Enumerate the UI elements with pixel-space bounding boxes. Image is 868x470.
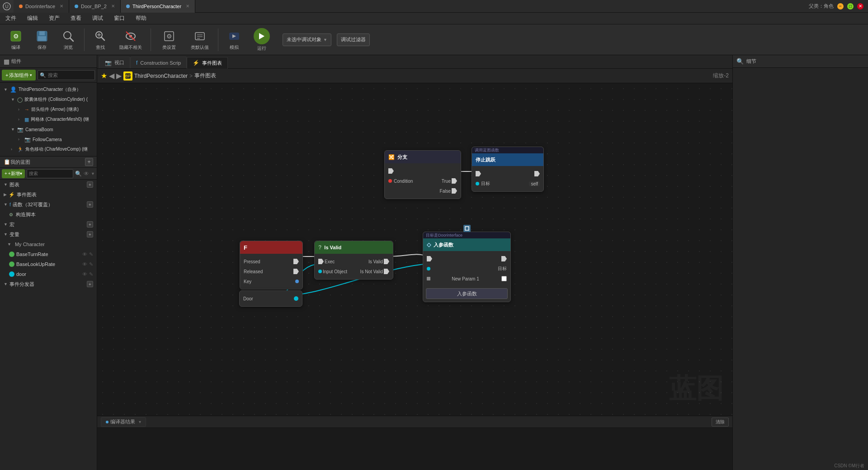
menu-window[interactable]: 窗口 (112, 14, 127, 23)
center-panel: 📷 视口 f Construction Scrip ⚡ 事件图表 ★ ◀ ▶ B… (97, 55, 732, 470)
run-label: 运行 (257, 45, 266, 52)
fn-icon: f (136, 60, 137, 66)
component-search-input[interactable] (48, 72, 93, 78)
close-icon[interactable]: ✕ (186, 4, 189, 9)
is-valid-exec-row: Exec Is Valid (315, 256, 393, 266)
tab-thirdperson[interactable]: ThirdPersonCharacter ✕ (121, 0, 195, 13)
eye-icon[interactable]: 👁 (82, 252, 87, 257)
bp-subsection-my-character[interactable]: ▼ My Character (0, 239, 97, 249)
tab-event-graph[interactable]: ⚡ 事件图表 (187, 57, 228, 69)
param-checkbox[interactable] (501, 276, 507, 281)
section-add[interactable]: + (87, 221, 93, 228)
tree-item-cameraboom[interactable]: ▼ 📷 CameraBoom (0, 124, 97, 134)
menu-file[interactable]: 文件 (4, 14, 18, 23)
is-valid-node[interactable]: ? Is Valid Exec Is Valid Input Object Is… (314, 241, 393, 280)
bp-section-event-graph[interactable]: ▶ ⚡ 事件图表 (0, 190, 97, 199)
nav-back-icon[interactable]: ◀ (109, 71, 114, 80)
toolbar-hide-unrelated[interactable]: 隐藏不相关 (114, 27, 147, 53)
toolbar-browse[interactable]: 浏览 (56, 27, 80, 53)
enter-func-node[interactable]: 目标是Doorinterface ◇ 入参函数 目标 (423, 232, 511, 302)
bp-item-door[interactable]: door 👁 ✎ (0, 269, 97, 279)
menu-assets[interactable]: 资产 (47, 14, 61, 23)
bp-section-variables[interactable]: ▼ 变量 + (0, 229, 97, 239)
input-object-label: Input Object (323, 269, 347, 274)
nav-forward-icon[interactable]: ▶ (116, 71, 122, 80)
section-add[interactable]: + (87, 201, 93, 208)
eye-icon[interactable]: 👁 (82, 271, 87, 277)
enter-func-button[interactable]: 入参函数 (426, 288, 508, 299)
tab-viewport[interactable]: 📷 视口 (99, 57, 130, 68)
menu-help[interactable]: 帮助 (134, 14, 148, 23)
edit-icon[interactable]: ✎ (89, 252, 93, 257)
add-component-button[interactable]: + 添加组件 ▾ (2, 70, 36, 81)
tree-item-followcamera[interactable]: › 📷 FollowCamera (0, 134, 97, 144)
tree-item-movement[interactable]: › 🏃 角色移动 (CharMoveComp) (继 (0, 144, 97, 154)
clear-button[interactable]: 清除 (712, 418, 729, 427)
pressed-label: Pressed (244, 259, 260, 264)
branch-node[interactable]: 🔀 分支 Condition True False (384, 150, 461, 199)
toolbar-simulate[interactable]: 模拟 (222, 27, 246, 53)
f-input-node[interactable]: F Pressed Released Key (240, 241, 303, 290)
my-blueprint-add[interactable]: + (85, 158, 93, 166)
detail-icon: 🔍 (736, 58, 744, 65)
menu-edit[interactable]: 编辑 (25, 14, 40, 23)
stop-jump-node[interactable]: 调用蓝图函数 停止跳跃 目标 self (472, 147, 544, 192)
tab-doorbp[interactable]: Door_BP_2 ✕ (69, 0, 121, 13)
bp-section-functions[interactable]: ▼ f 函数（32可覆盖） + (0, 199, 97, 209)
toolbar-sep-2 (151, 28, 151, 51)
edit-icon[interactable]: ✎ (89, 271, 93, 277)
debug-filter-button[interactable]: 调试过滤器 (337, 33, 370, 46)
bp-item-baselookuprate[interactable]: BaseLookUpRate 👁 ✎ (0, 259, 97, 269)
eye-icon[interactable]: 👁 (82, 261, 87, 267)
minimize-button[interactable]: − (837, 3, 844, 9)
edit-icon[interactable]: ✎ (89, 261, 93, 267)
toolbar-compile[interactable]: ⚙ 编译 (4, 27, 28, 53)
toolbar-find[interactable]: 查找 (88, 27, 113, 53)
tree-item-self[interactable]: ▼ 👤 ThirdPersonCharacter（自身） (0, 85, 97, 95)
search-icon: 🔍 (40, 72, 46, 78)
breadcrumb-class[interactable]: ThirdPersonCharacter (134, 73, 188, 79)
bp-section-event-dispatchers[interactable]: ▼ 事件分发器 + (0, 279, 97, 289)
toolbar-save[interactable]: 保存 (30, 27, 54, 53)
menu-debug[interactable]: 调试 (90, 14, 105, 23)
component-search-box[interactable]: 🔍 (38, 70, 95, 80)
tree-item-capsule[interactable]: ▼ ◯ 胶囊体组件 (CollisionCylinder) ( (0, 95, 97, 104)
section-add[interactable]: + (87, 181, 93, 188)
blueprint-canvas[interactable]: 🔀 分支 Condition True False (97, 83, 732, 416)
star-icon[interactable]: ★ (101, 71, 107, 80)
tree-item-mesh[interactable]: › ▦ 网格体 (CharacterMesh0) (继 (0, 114, 97, 124)
close-icon[interactable]: ✕ (111, 4, 115, 9)
blueprint-search-input[interactable] (29, 171, 71, 176)
toolbar-class-defaults[interactable]: 类默认值 (185, 27, 214, 53)
section-add[interactable]: + (87, 281, 93, 287)
debug-combo[interactable]: 未选中调试对象 ▼ (283, 33, 331, 46)
toolbar-run[interactable]: 运行 (248, 27, 275, 53)
bp-item-construction[interactable]: ⚙ 构造脚本 (0, 209, 97, 219)
tree-item-arrow[interactable]: › → 箭头组件 (Arrow) (继承) (0, 104, 97, 114)
tab-doorinterface[interactable]: Doorinterface ✕ (14, 0, 69, 13)
svg-text:⚙: ⚙ (166, 33, 172, 40)
blueprint-search-box[interactable] (27, 169, 73, 178)
item-label: BaseTurnRate (16, 252, 48, 257)
door-var-node[interactable]: Door (239, 290, 302, 307)
chevron-down-icon: ▼ (323, 38, 327, 42)
bp-item-baseturnrate[interactable]: BaseTurnRate 👁 ✎ (0, 249, 97, 259)
my-blueprint-header[interactable]: 📋 我的蓝图 + (0, 156, 97, 168)
menu-view[interactable]: 查看 (69, 14, 83, 23)
close-icon[interactable]: ✕ (60, 4, 63, 9)
enter-func-subtitle-text: 目标是Doorinterface (426, 233, 462, 238)
enter-func-top-icon (463, 225, 471, 232)
breadcrumb-graph[interactable]: 事件图表 (194, 72, 216, 80)
hide-unrelated-label: 隐藏不相关 (119, 44, 142, 51)
compiler-tab-close[interactable]: ▾ (139, 419, 141, 424)
bp-section-macros[interactable]: ▼ 宏 + (0, 219, 97, 229)
compiler-tab[interactable]: 编译器结果 ▾ (101, 417, 146, 427)
section-add[interactable]: + (87, 231, 93, 237)
close-button[interactable]: ✕ (857, 3, 863, 9)
eye-icon[interactable]: 👁 (84, 171, 89, 177)
bp-section-charts[interactable]: ▼ 图表 + (0, 180, 97, 190)
toolbar-class-settings[interactable]: ⚙ 类设置 (155, 27, 184, 53)
maximize-button[interactable]: □ (847, 3, 854, 9)
new-item-button[interactable]: + +新增▾ (2, 169, 25, 178)
tab-construction[interactable]: f Construction Scrip (130, 57, 187, 68)
